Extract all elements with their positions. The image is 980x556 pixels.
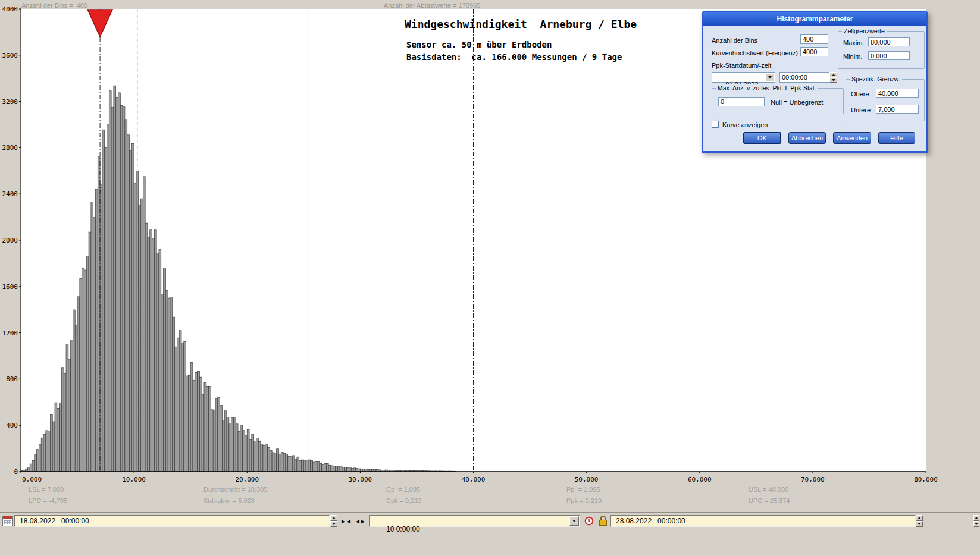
bins-input[interactable] [800, 34, 828, 44]
x-tick-label: 0,000 [22, 476, 42, 483]
arrows-inward-icon[interactable]: ►◄ [340, 518, 351, 524]
curve-max-label: Kurvenhöchstwert (Frequenz) [712, 49, 798, 56]
maxim-input[interactable] [868, 37, 910, 46]
ppk-time-input[interactable] [779, 72, 829, 83]
y-tick-label: 3600 [2, 52, 18, 59]
minim-label: Minim. [843, 53, 862, 60]
dialog-title-bar[interactable]: Histogrammparameter [703, 12, 926, 26]
stat-lpc: LPC = -4,765 [29, 497, 67, 504]
y-tick-label: 0 [14, 468, 18, 476]
chart-subtitle-sensor: Sensor ca. 50 m über Erdboden [406, 40, 552, 49]
max-points-input[interactable] [718, 97, 765, 106]
curve-max-input[interactable] [800, 47, 828, 56]
show-curve-label: Kurve anzeigen [722, 121, 768, 128]
stat-pp: Pp = 1,095 [566, 486, 600, 493]
y-tick-label: 2000 [2, 237, 18, 244]
dialog-title-text: Histogrammparameter [777, 15, 853, 23]
stat-cp: Cp = 1,095 [386, 486, 420, 493]
interval-dropdown-icon[interactable] [569, 516, 579, 526]
start-datetime-spinner[interactable] [330, 515, 337, 527]
clock-icon[interactable] [584, 516, 594, 526]
right-edge-spinner[interactable] [973, 515, 979, 527]
ok-button[interactable]: OK [743, 132, 781, 144]
stat-usl: USL = 40,000 [749, 486, 788, 493]
x-tick-label: 40,000 [462, 476, 486, 483]
y-tick-label: 2800 [2, 144, 18, 152]
x-tick-label: 80,000 [914, 476, 938, 483]
show-curve-checkbox[interactable] [712, 121, 719, 128]
ppk-date-dropdown-icon[interactable] [765, 73, 774, 81]
y-tick-label: 400 [6, 422, 18, 429]
maxim-label: Maxim. [843, 39, 864, 46]
y-tick-label: 3200 [2, 98, 18, 106]
help-button[interactable]: Hilfe [878, 132, 915, 144]
calendar-icon[interactable] [2, 516, 13, 526]
chart-title: Windgeschwindigkeit Arneburg / Elbe [405, 18, 637, 30]
histogram-parameters-dialog: Histogrammparameter Anzahl der Bins Kurv… [702, 11, 928, 153]
ppk-time-spinner[interactable] [829, 72, 837, 83]
y-tick-label: 1200 [2, 329, 18, 337]
upper-input[interactable] [876, 89, 919, 98]
stat-ppk: Ppk = 0,219 [566, 497, 602, 504]
end-datetime-field[interactable] [610, 515, 916, 527]
x-tick-label: 60,000 [688, 476, 712, 483]
end-datetime-spinner[interactable] [916, 515, 923, 527]
samples-count-label: Anzahl der Abtastwerte = 170965 [384, 2, 480, 9]
interval-value: 10 0:00:00 [386, 525, 420, 533]
interval-combo[interactable]: 10 0:00:00 [369, 515, 580, 527]
spec-limits-group: Spezifik.-Grenzw. Obere Untere [846, 79, 925, 121]
chart-subtitle-basisdaten: Basisdaten: ca. 166.000 Messungen / 9 Ta… [406, 52, 622, 62]
arrows-outward-icon[interactable]: ◄► [355, 518, 365, 524]
x-tick-label: 30,000 [349, 476, 372, 483]
x-tick-label: 10,000 [122, 476, 146, 483]
y-tick-label: 800 [6, 375, 18, 383]
lower-label: Untere [851, 106, 871, 114]
max-points-hint: Null = Unbegrenzt [771, 99, 823, 106]
x-tick-label: 50,000 [575, 476, 599, 483]
minim-input[interactable] [868, 51, 910, 60]
cell-limits-group-label: Zellgrenzwerte [842, 27, 887, 34]
max-points-group-label: Max. Anz. v. zu les. Pkt. f. Ppk-Stat. [716, 84, 818, 92]
stat-durchschnitt: Durchschnitt = 10,305 [203, 486, 267, 493]
x-tick-label: 20,000 [235, 476, 259, 483]
stat-stdabw: Std.-abw. = 5,023 [203, 497, 255, 504]
upper-label: Obere [851, 90, 869, 98]
stat-cpk: Cpk = 0,219 [386, 497, 422, 504]
ppk-date-combo[interactable]: 01.01.2022 [712, 72, 775, 83]
start-datetime-field[interactable] [14, 515, 330, 527]
max-points-group: Max. Anz. v. zu les. Pkt. f. Ppk-Stat. N… [712, 88, 844, 114]
lower-input[interactable] [876, 105, 919, 114]
ppk-start-label: Ppk-Startdatum/-zeit [712, 62, 771, 69]
lock-icon[interactable] [598, 516, 608, 526]
x-tick-label: 70,000 [801, 476, 825, 483]
bins-label: Anzahl der Bins [712, 37, 757, 44]
spec-limits-group-label: Spezifik.-Grenzw. [850, 76, 902, 83]
y-tick-label: 2400 [2, 190, 18, 198]
stat-lsl: LSL = 7,000 [29, 486, 64, 493]
stat-upc: UPC = 25,374 [749, 497, 790, 504]
y-tick-label: 4000 [2, 5, 18, 13]
y-tick-label: 1600 [2, 283, 18, 291]
apply-button[interactable]: Anwenden [833, 132, 871, 144]
cell-limits-group: Zellgrenzwerte Maxim. Minim. [838, 31, 925, 69]
cancel-button[interactable]: Abbrechen [788, 132, 826, 144]
time-range-toolbar: ►◄ ◄► 10 0:00:00 [0, 512, 980, 529]
bins-count-label: Anzahl der Bins = 400 [21, 2, 87, 9]
